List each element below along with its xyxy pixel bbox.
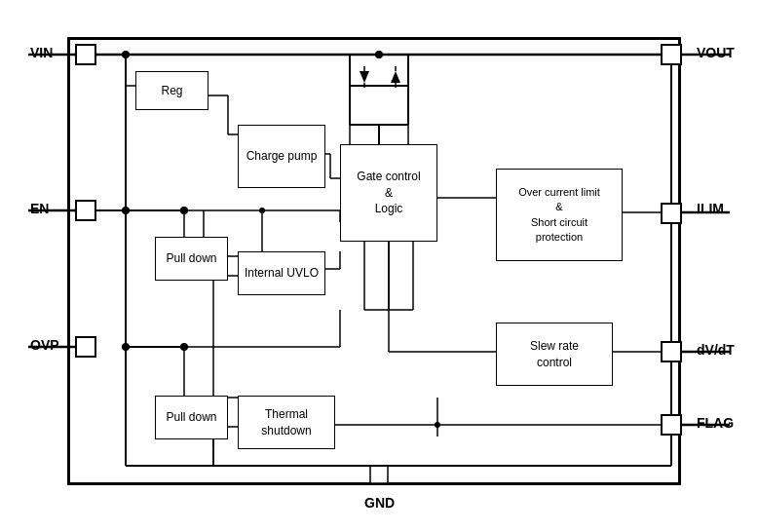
pull-down-2-block: Pull down (155, 396, 228, 439)
reg-block: Reg (135, 71, 208, 110)
vin-label: VIN (30, 45, 53, 60)
ilim-label: ILIM (697, 201, 724, 216)
flag-port (661, 414, 682, 436)
en-port (75, 200, 96, 221)
pull-down-1-block: Pull down (155, 237, 228, 281)
en-label: EN (30, 201, 49, 216)
ilim-port (661, 203, 682, 224)
vout-label: VOUT (697, 45, 735, 60)
block-diagram: VIN VOUT EN ILIM OVP dV/dT FLAG GND Reg … (28, 18, 730, 514)
ovp-label: OVP (30, 337, 59, 353)
dvdt-port (661, 341, 682, 362)
ovp-port (75, 336, 96, 358)
vout-port (661, 44, 682, 65)
charge-pump-block: Charge pump (238, 125, 325, 188)
gate-control-block: Gate control & Logic (340, 144, 437, 242)
gnd-label: GND (364, 495, 395, 511)
flag-label: FLAG (697, 415, 734, 431)
vin-port (75, 44, 96, 65)
slew-rate-block: Slew rate control (496, 323, 613, 386)
dvdt-label: dV/dT (697, 342, 735, 358)
over-current-block: Over current limit & Short circuit prote… (496, 169, 623, 261)
thermal-shutdown-block: Thermal shutdown (238, 396, 335, 449)
internal-uvlo-block: Internal UVLO (238, 251, 325, 295)
